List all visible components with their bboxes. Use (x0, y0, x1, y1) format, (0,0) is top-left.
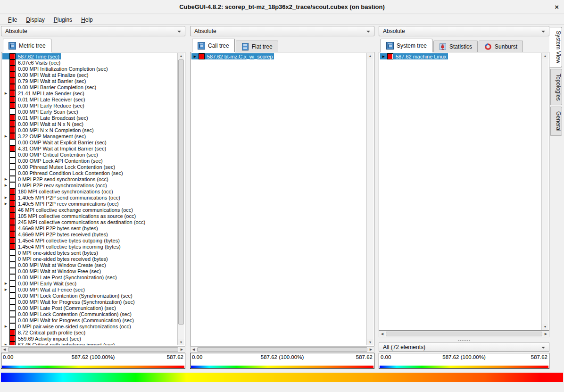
call-horizontal-scrollbar[interactable]: ◀ ▶ (190, 346, 374, 353)
tree-item[interactable]: 0.00 MPI N x N Completion (sec) (2, 127, 177, 133)
scroll-right-icon[interactable]: ▶ (543, 331, 549, 337)
tree-item[interactable]: 8.72 Critical path profile (sec) (2, 329, 177, 335)
scroll-down-icon[interactable]: ▼ (542, 324, 548, 330)
expand-arrow-icon[interactable]: ▶ (2, 92, 9, 95)
scrollbar-thumb[interactable] (386, 332, 542, 336)
expand-arrow-icon[interactable]: ▶ (2, 288, 9, 292)
system-horizontal-scrollbar[interactable]: ◀ ▶ (379, 331, 549, 337)
tree-item[interactable]: 0.00 MPI Barrier Completion (sec) (2, 84, 177, 90)
expand-arrow-icon[interactable]: ▶ (2, 183, 9, 187)
scrollbar-thumb[interactable] (178, 59, 184, 325)
system-filter-combobox[interactable]: All (72 elements) (379, 342, 549, 352)
tree-item[interactable]: 0.00 MPI Wait at Window Free (sec) (2, 268, 177, 274)
metric-horizontal-scrollbar[interactable]: ◀ ▶ (1, 346, 185, 353)
tab-call-tree[interactable]: Call tree (192, 39, 235, 52)
tree-item[interactable]: 4.31 OMP Wait at Implicit Barrier (sec) (2, 145, 177, 151)
tree-item[interactable]: 105 MPI collective communications as sou… (2, 213, 177, 219)
call-value-mode-combobox[interactable]: Absolute (190, 26, 374, 36)
tree-item[interactable]: 0.00 MPI Early Reduce (sec) (2, 102, 177, 108)
tree-item[interactable]: 0 MPI one-sided bytes sent (bytes) (2, 250, 177, 256)
expand-arrow-icon[interactable]: ▶ (191, 55, 199, 58)
tree-item[interactable]: ▶21.41 MPI Late Sender (sec) (2, 90, 177, 96)
tree-item[interactable]: 0.00 MPI Late Post (Synchronization) (se… (2, 274, 177, 280)
tree-item[interactable]: 4.66e9 MPI P2P bytes received (bytes) (2, 231, 177, 237)
tree-item[interactable]: ▶67.45 Critical-path imbalance impact (s… (2, 342, 177, 345)
tree-item[interactable]: 0.01 MPI Late Receiver (sec) (2, 96, 177, 102)
menu-file[interactable]: File (4, 16, 22, 24)
expand-arrow-icon[interactable]: ▶ (2, 343, 9, 346)
tree-item[interactable]: 0.00 OMP Critical Contention (sec) (2, 151, 177, 158)
tree-item[interactable]: 587.62 Time (sec) (2, 53, 177, 59)
system-value-mode-combobox[interactable]: Absolute (379, 26, 549, 36)
tab-sunburst[interactable]: Sunburst (479, 41, 523, 52)
dock-tab-general[interactable]: General (550, 107, 562, 136)
tree-item[interactable]: ▶0 MPI P2P recv synchronizations (occ) (2, 182, 177, 188)
scroll-right-icon[interactable]: ▶ (179, 347, 185, 352)
dock-tab-topologies[interactable]: Topologies (550, 69, 562, 105)
tree-item[interactable]: 0.01 MPI Late Broadcast (sec) (2, 115, 177, 121)
scroll-right-icon[interactable]: ▶ (368, 347, 374, 352)
tree-item[interactable]: 0.00 MPI Lock Contention (Synchronizatio… (2, 292, 177, 299)
scroll-left-icon[interactable]: ◀ (191, 347, 197, 352)
system-vertical-scrollbar[interactable]: ▲ ▼ (541, 53, 548, 330)
menu-plugins[interactable]: Plugins (50, 16, 77, 24)
tree-item[interactable]: 559.69 Activity impact (sec) (2, 335, 177, 342)
metric-value-mode-combobox[interactable]: Absolute (1, 26, 185, 36)
tree-item[interactable]: 1.45e4 MPI collective bytes incoming (by… (2, 243, 177, 250)
tree-item[interactable]: 0 MPI one-sided bytes received (bytes) (2, 256, 177, 262)
menu-display[interactable]: Display (22, 16, 49, 24)
tree-item[interactable]: ▶0 MPI P2P send synchronizations (occ) (2, 176, 177, 182)
tree-item[interactable]: 0.00 MPI Lock Contention (Communication)… (2, 311, 177, 317)
dock-tab-system-view[interactable]: System View (549, 27, 562, 67)
tree-item[interactable]: ▶0.00 MPI Wait at Fence (sec) (2, 286, 177, 292)
tree-item[interactable]: 0.79 MPI Wait at Barrier (sec) (2, 78, 177, 84)
tab-system-tree[interactable]: System tree (381, 39, 432, 52)
scroll-up-icon[interactable]: ▲ (178, 53, 184, 59)
scroll-left-icon[interactable]: ◀ (1, 347, 8, 352)
tree-item[interactable]: ▶587.62 machine Linux (380, 53, 541, 59)
tree-item[interactable]: ▶0 MPI pair-wise one-sided synchronizati… (2, 323, 177, 329)
tree-item[interactable]: 46 MPI collective exchange communication… (2, 207, 177, 213)
expand-arrow-icon[interactable]: ▶ (2, 325, 9, 328)
expand-arrow-icon[interactable]: ▶ (2, 196, 9, 200)
tree-item[interactable]: 1.45e4 MPI collective bytes outgoing (by… (2, 237, 177, 243)
tree-item[interactable]: ▶587.62 bt-mz.C.x_wi_scorep (191, 53, 366, 59)
tree-item[interactable]: 0.00 MPI Initialization Completion (sec) (2, 66, 177, 72)
tree-item[interactable]: 0.00 OMP Wait at Explicit Barrier (sec) (2, 139, 177, 145)
expand-arrow-icon[interactable]: ▶ (2, 282, 9, 285)
tree-item[interactable]: 6.07e6 Visits (occ) (2, 59, 177, 66)
tree-item[interactable]: 0.00 MPI Wait at Finalize (sec) (2, 72, 177, 78)
tree-item[interactable]: ▶0.00 MPI Early Wait (sec) (2, 280, 177, 286)
tree-item[interactable]: 180 MPI collective synchronizations (occ… (2, 188, 177, 194)
expand-arrow-icon[interactable]: ▶ (2, 177, 9, 181)
scroll-up-icon[interactable]: ▲ (542, 53, 548, 59)
tab-statistics[interactable]: Statistics (433, 41, 478, 52)
tree-item[interactable]: ▶3.22 OMP Management (sec) (2, 133, 177, 139)
scroll-down-icon[interactable]: ▼ (178, 339, 184, 345)
scrollbar-thumb[interactable] (197, 347, 367, 352)
splitter-handle[interactable] (379, 339, 549, 342)
scroll-left-icon[interactable]: ◀ (379, 331, 385, 337)
scroll-up-icon[interactable]: ▲ (367, 53, 373, 59)
expand-arrow-icon[interactable]: ▶ (2, 202, 9, 206)
tree-item[interactable]: 0.00 MPI Wait for Progress (Communicatio… (2, 317, 177, 323)
tree-item[interactable]: 245 MPI collective communications as des… (2, 219, 177, 225)
tab-flat-tree[interactable]: Flat tree (236, 41, 278, 52)
expand-arrow-icon[interactable]: ▶ (2, 134, 9, 138)
tree-item[interactable]: 0.00 OMP Lock API Contention (sec) (2, 158, 177, 164)
tree-item[interactable]: ▶1.40e5 MPI P2P recv communications (occ… (2, 200, 177, 207)
tab-metric-tree[interactable]: Metric tree (3, 39, 51, 52)
tree-item[interactable]: ▶1.40e5 MPI P2P send communications (occ… (2, 194, 177, 200)
call-vertical-scrollbar[interactable]: ▲ ▼ (366, 53, 373, 345)
tree-item[interactable]: 0.00 MPI Wait at Window Create (sec) (2, 262, 177, 268)
tree-item[interactable]: 0.00 MPI Wait for Progress (Synchronizat… (2, 299, 177, 305)
tree-item[interactable]: 0.00 Pthread Mutex Lock Contention (sec) (2, 164, 177, 170)
close-icon[interactable]: × (555, 0, 559, 14)
expand-arrow-icon[interactable]: ▶ (380, 55, 387, 58)
tree-item[interactable]: 0.00 MPI Late Post (Communication) (sec) (2, 305, 177, 311)
scrollbar-thumb[interactable] (8, 347, 178, 352)
tree-item[interactable]: 4.66e9 MPI P2P bytes sent (bytes) (2, 225, 177, 231)
tree-item[interactable]: 0.00 MPI Wait at N x N (sec) (2, 121, 177, 127)
scroll-down-icon[interactable]: ▼ (367, 339, 373, 345)
menu-help[interactable]: Help (77, 16, 98, 24)
